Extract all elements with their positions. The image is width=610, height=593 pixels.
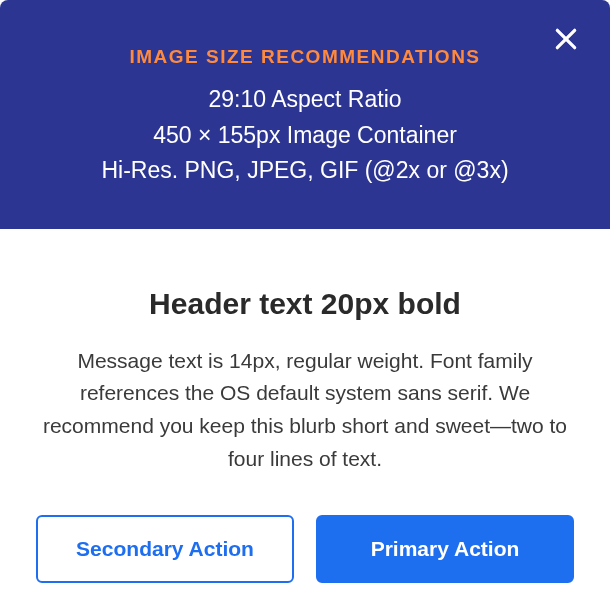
button-row: Secondary Action Primary Action — [36, 515, 574, 583]
modal-card: IMAGE SIZE RECOMMENDATIONS 29:10 Aspect … — [0, 0, 610, 593]
message-text: Message text is 14px, regular weight. Fo… — [36, 345, 574, 475]
banner-line-container: 450 × 155px Image Container — [40, 118, 570, 154]
close-button[interactable] — [546, 20, 586, 60]
primary-action-button[interactable]: Primary Action — [316, 515, 574, 583]
banner-heading: IMAGE SIZE RECOMMENDATIONS — [40, 46, 570, 68]
header-text: Header text 20px bold — [36, 287, 574, 321]
banner-line-formats: Hi-Res. PNG, JPEG, GIF (@2x or @3x) — [40, 153, 570, 189]
modal-body: Header text 20px bold Message text is 14… — [0, 229, 610, 593]
banner-line-aspect: 29:10 Aspect Ratio — [40, 82, 570, 118]
image-banner: IMAGE SIZE RECOMMENDATIONS 29:10 Aspect … — [0, 0, 610, 229]
secondary-action-button[interactable]: Secondary Action — [36, 515, 294, 583]
close-icon — [553, 26, 579, 55]
